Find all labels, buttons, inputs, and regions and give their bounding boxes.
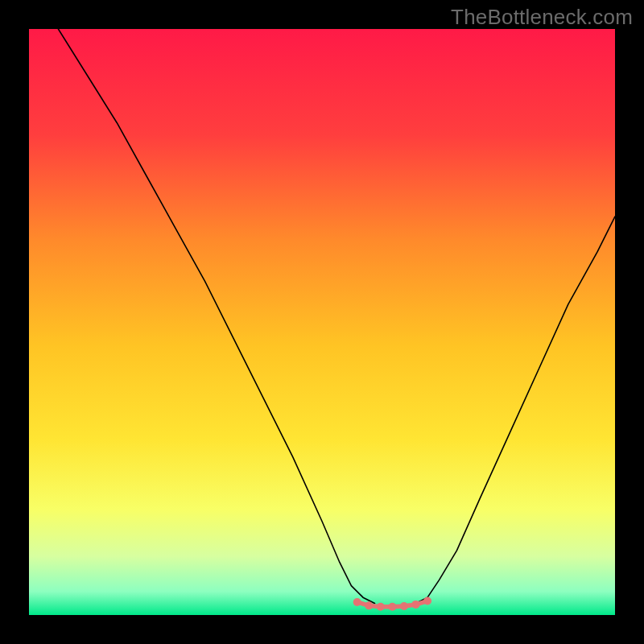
- series-flat-bottom-dot: [411, 601, 419, 609]
- plot-background: [29, 29, 615, 615]
- series-flat-bottom-dot: [365, 601, 373, 609]
- series-flat-bottom-dot: [423, 597, 431, 605]
- watermark-label: TheBottleneck.com: [451, 5, 633, 30]
- chart-frame: TheBottleneck.com: [0, 0, 644, 644]
- series-flat-bottom-dot: [377, 603, 385, 611]
- series-flat-bottom-dot: [400, 602, 408, 610]
- series-flat-bottom-dot: [353, 598, 361, 606]
- bottleneck-chart: [29, 29, 615, 615]
- series-flat-bottom-dot: [388, 603, 396, 611]
